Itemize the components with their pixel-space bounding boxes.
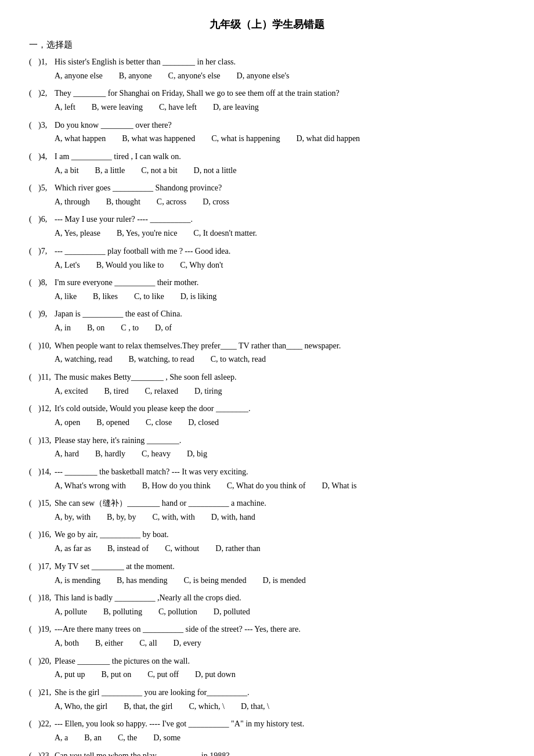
section-title: 一，选择题 [29, 39, 505, 51]
question-number: )11, [38, 370, 55, 384]
question-paren: ( [29, 87, 38, 100]
option-b: B, polluting [103, 605, 142, 620]
question-paren: ( [29, 55, 38, 69]
question-line: ()8,I'm sure everyone __________ their m… [29, 276, 505, 290]
option-d: D, of [155, 321, 172, 336]
question-paren: ( [29, 528, 38, 542]
question-text: She is the girl __________ you are looki… [55, 686, 505, 700]
question-line: ()4,I am __________ tired , I can walk o… [29, 150, 505, 164]
option-b: B, instead of [107, 542, 149, 556]
question-paren: ( [29, 244, 38, 258]
option-b: B, opened [96, 416, 129, 430]
option-b: B, that, the girl [124, 700, 172, 714]
option-b: B, were leaving [92, 100, 143, 115]
option-a: A, is mending [55, 574, 100, 588]
question-text: Do you know ________ over there? [55, 118, 505, 132]
option-b: B, tired [104, 384, 129, 399]
question-text: I'm sure everyone __________ their mothe… [55, 276, 505, 290]
question-line: ()15,She can sew（缝补）________ hand or ___… [29, 496, 505, 510]
option-d: D, cross [203, 195, 229, 210]
question-line: ()11,The music makes Betty________ , She… [29, 370, 505, 384]
question-paren: ( [29, 276, 38, 290]
question-text: She can sew（缝补）________ hand or ________… [55, 496, 505, 510]
option-d: D, not a little [194, 164, 237, 178]
question-paren: ( [29, 654, 38, 668]
option-b: B, an [84, 731, 102, 746]
question-line: ()9,Japan is __________ the east of Chin… [29, 307, 505, 321]
option-d: D, what did happen [296, 132, 360, 146]
option-a: A, pollute [55, 605, 87, 620]
question-line: ()20,Please ________ the pictures on the… [29, 654, 505, 668]
option-b: B, put on [102, 668, 132, 682]
option-a: A, a [55, 731, 68, 746]
options-line: A, throughB, thoughtC, acrossD, cross [29, 195, 505, 210]
option-d: D, that, \ [241, 700, 269, 714]
option-d: D, big [187, 447, 207, 462]
option-d: D, closed [188, 416, 219, 430]
option-b: B, hardly [95, 447, 125, 462]
question-number: )4, [38, 150, 55, 164]
question-block: ()19,---Are there many trees on ________… [29, 622, 505, 650]
question-text: --- May I use your ruler? ---- _________… [55, 213, 505, 226]
option-b: B, has mending [117, 574, 168, 588]
option-c: C, to like [134, 290, 164, 304]
option-c: C, without [165, 542, 199, 556]
question-paren: ( [29, 717, 38, 731]
options-line: A, Yes, pleaseB, Yes, you're niceC, It d… [29, 226, 505, 241]
question-line: ()13,Please stay here, it's raining ____… [29, 434, 505, 448]
option-a: A, Let's [55, 258, 80, 273]
question-text: This land is badly __________ ,Nearly al… [55, 591, 505, 605]
option-c: C , to [121, 321, 139, 336]
option-a: A, like [55, 290, 77, 304]
question-number: )14, [38, 465, 55, 479]
option-c: C, put off [147, 668, 179, 682]
question-line: ()12,It's cold outside, Would you please… [29, 402, 505, 416]
question-block: ()13,Please stay here, it's raining ____… [29, 434, 505, 462]
question-block: ()12,It's cold outside, Would you please… [29, 402, 505, 430]
question-number: )16, [38, 528, 55, 542]
option-d: D, rather than [215, 542, 260, 556]
question-line: ()23,Can you tell me whom the play _____… [29, 749, 505, 756]
options-line: A, Who, the girlB, that, the girlC, whic… [29, 700, 505, 714]
question-number: )13, [38, 434, 55, 448]
question-paren: ( [29, 213, 38, 226]
option-c: C, not a bit [141, 164, 177, 178]
question-line: ()1,His sister's English is better than … [29, 55, 505, 69]
question-paren: ( [29, 496, 38, 510]
question-text: His sister's English is better than ____… [55, 55, 505, 69]
option-d: D, polluted [214, 605, 250, 620]
question-block: ()14,--- ________ the basketball match? … [29, 465, 505, 493]
question-line: ()6,--- May I use your ruler? ---- _____… [29, 213, 505, 226]
question-number: )6, [38, 213, 55, 226]
option-a: A, a bit [55, 164, 79, 178]
question-block: ()21,She is the girl __________ you are … [29, 686, 505, 714]
option-a: A, by, with [55, 510, 91, 525]
question-text: My TV set ________ at the moment. [55, 560, 505, 574]
option-c: C, It doesn't matter. [193, 226, 257, 241]
question-number: )10, [38, 339, 55, 353]
option-d: D, tiring [194, 384, 222, 399]
option-d: D, are leaving [213, 100, 259, 115]
option-a: A, as far as [55, 542, 91, 556]
option-b: B, How do you think [142, 479, 211, 494]
options-line: A, Let'sB, Would you like toC, Why don't [29, 258, 505, 273]
option-a: A, in [55, 321, 71, 336]
options-line: A, openB, openedC, closeD, closed [29, 416, 505, 430]
option-b: B, anyone [119, 69, 152, 84]
option-c: C, is being mended [183, 574, 246, 588]
options-line: A, by, withB, by, byC, with, withD, with… [29, 510, 505, 525]
question-number: )19, [38, 622, 55, 636]
option-d: D, is mended [263, 574, 306, 588]
question-number: )7, [38, 244, 55, 258]
options-line: A, inB, onC , toD, of [29, 321, 505, 336]
question-number: )15, [38, 496, 55, 510]
question-text: We go by air, __________ by boat. [55, 528, 505, 542]
question-text: --- __________ play football with me ? -… [55, 244, 505, 258]
question-paren: ( [29, 560, 38, 574]
option-d: D, What is [322, 479, 357, 494]
question-number: )3, [38, 118, 55, 132]
options-line: A, leftB, were leavingC, have leftD, are… [29, 100, 505, 115]
question-text: They ________ for Shanghai on Friday, Sh… [55, 87, 505, 100]
option-c: C, heavy [142, 447, 171, 462]
question-text: Please ________ the pictures on the wall… [55, 654, 505, 668]
